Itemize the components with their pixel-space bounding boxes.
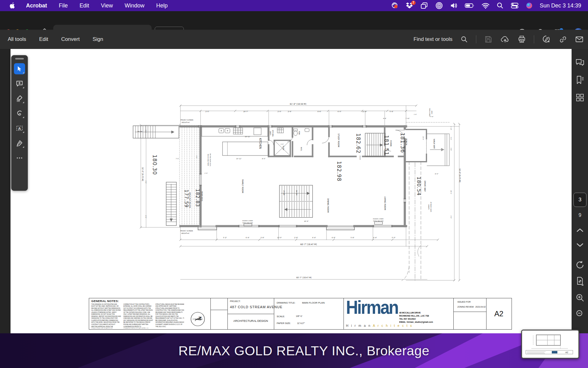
plan-dimension: 20'-7" [243,111,248,112]
edit-button[interactable]: Edit [39,36,48,42]
convert-button[interactable]: Convert [61,36,80,42]
apple-logo-icon[interactable] [9,2,15,9]
plan-room-label: GAS FIRE PLACE [373,220,383,222]
menu-edit[interactable]: Edit [80,2,89,9]
plan-dimension: 60'-7" [18.47 M] [300,243,317,246]
architects-name: A r c h i t e c t s [373,324,413,327]
zoom-in-icon[interactable] [575,293,585,302]
plan-dimension: 12'-0" [277,237,282,239]
page-thumbnails-icon[interactable] [575,93,585,102]
save-icon[interactable] [484,35,492,43]
battery-icon[interactable] [465,2,475,9]
rotate-page-icon[interactable] [575,260,585,269]
plan-room-label: DINING ROOM [327,198,329,212]
screen-mirroring-icon[interactable] [420,2,428,9]
plan-dimension: 6'-0" [338,111,341,112]
plan-room-label: DN 15R [296,190,297,195]
menu-acrobat[interactable]: Acrobat [26,2,47,9]
brokerage-banner-text: RE/MAX GOLD REALTY INC., Brokerage [0,333,588,368]
control-center-icon[interactable] [511,2,519,9]
plan-dimension: 5'-8" [351,237,354,239]
upload-cloud-icon[interactable] [500,35,510,43]
plan-dimension: 10'-0" [422,136,424,140]
airdrop-icon[interactable] [435,2,443,9]
plan-room-label: PRIVACY SCREEN [180,230,193,232]
plan-dimension: 7'-5" [176,158,179,160]
bookmarks-panel-icon[interactable] [575,75,585,85]
plan-dimension: 2'-8" [261,237,264,239]
plan-dimension: 2'-0" [278,111,281,112]
plan-room-label: PDR [298,131,300,135]
menu-file[interactable]: File [59,2,68,9]
title-block-divider [453,298,454,329]
share-link-icon[interactable] [559,35,567,43]
plan-dimension: 3'-4" [145,130,147,133]
title-block: GENERAL NOTES: THIS DRAWING IS COPYRIGHT… [89,298,512,330]
email-icon[interactable] [575,35,584,43]
previous-page-chevron-icon[interactable] [576,227,584,233]
issued-date: 2023-04-02 [475,306,486,308]
request-signatures-icon[interactable] [542,35,551,44]
plan-room-label: DIRECT VENTED [373,218,383,220]
plan-room-label: DIRECT VENTED [242,220,253,221]
wifi-icon[interactable] [482,2,490,9]
plan-room-label: W/CL [300,147,302,151]
toolbar-divider [534,35,534,43]
general-notes: GENERAL NOTES: THIS DRAWING IS COPYRIGHT… [91,299,184,328]
project-address: 487 COLD STREAM AVENUE [230,305,283,309]
siri-icon[interactable] [525,2,533,9]
status-icons: 7 Sun Dec 3 14:39 [391,0,588,11]
find-text-label[interactable]: Find text or tools [413,36,452,42]
plan-dimension: 2'-6" [288,111,292,112]
menu-view[interactable]: View [101,2,113,9]
menu-help[interactable]: Help [156,2,168,9]
app-status-icon[interactable] [391,2,399,9]
plan-dimension: 10'-11" [236,158,241,160]
general-notes-body: THIS DRAWING IS COPYRIGHTED AND MUST NOT… [91,303,184,328]
plan-room-label: DN 2R [359,156,361,160]
next-page-chevron-icon[interactable] [576,242,584,248]
plan-dimension: 1'-0" [414,114,417,115]
plan-dimension: 2'-5" [205,173,208,174]
sign-button[interactable]: Sign [93,36,103,42]
menu-clock[interactable]: Sun Dec 3 14:39 [540,2,581,9]
plan-room-label: WALK WAY [433,139,435,149]
comments-panel-icon[interactable] [575,58,585,68]
drawing-title: MAIN FLOOR PLAN [302,301,325,304]
spotlight-search-icon[interactable] [496,2,504,9]
find-search-icon[interactable] [460,36,468,43]
drawing-title-label: DRAWING TITLE: [277,301,295,304]
plan-dimension: 5'-6" [430,116,434,117]
dropbox-icon[interactable]: 7 [405,2,413,9]
zoom-out-icon[interactable] [575,309,585,318]
print-icon[interactable] [518,35,526,43]
pdf-page-floor-plan[interactable]: KITCHENDIRTYKITCHENPDRELEVW/CLSTUDY ROOM… [0,49,572,333]
plan-dimension: 2'-0" [145,215,147,218]
plan-room-label: LIVING ROOM [384,196,386,210]
plan-room-label: DIRTY [270,131,271,135]
plan-room-label: FAMILY ROOM [241,179,244,193]
fit-page-icon[interactable] [575,276,585,286]
sheet-number: A2 [486,309,512,318]
all-tools-button[interactable]: All tools [8,36,26,42]
volume-icon[interactable] [450,2,458,9]
plan-room-label: ELEV [283,146,284,150]
plan-dimension: 61'-0" [18.59 M] [290,103,306,105]
current-page-input[interactable]: 3 [573,193,586,207]
plan-dimension: 7'-10" [405,118,410,119]
firm-address-line: EMAIL: hirman_studio@gmail.com [399,321,433,324]
plan-room-label: DN 16R [137,131,142,132]
plan-elevation-value: 177.59 [184,190,189,208]
plan-room-label: GAS FIRE PLACE [242,222,253,224]
page-preview-thumbnail[interactable]: A2 [521,330,579,359]
plan-room-label: AT MAIN FLOOR [430,202,432,212]
north-arrow: N [188,311,207,328]
firm-address-line: RICHMOND HILL,ON. ,L4C 7S8 [399,314,433,318]
title-block-divider [210,298,211,329]
plan-dimension: 5'-0" [392,237,396,239]
plan-elevation-value: 181.51 [383,135,390,155]
menu-window[interactable]: Window [125,2,145,9]
plan-dimension: 6'-8" [332,237,335,239]
plan-elevation-value: 182.62 [355,133,361,153]
plan-dimension: 3'-8" [450,148,452,151]
